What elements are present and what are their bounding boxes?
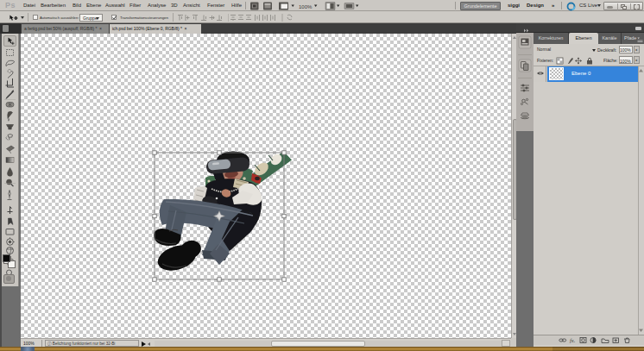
svg-text:100%: 100% [299,4,313,9]
svg-text:fx.: fx. [570,337,576,343]
